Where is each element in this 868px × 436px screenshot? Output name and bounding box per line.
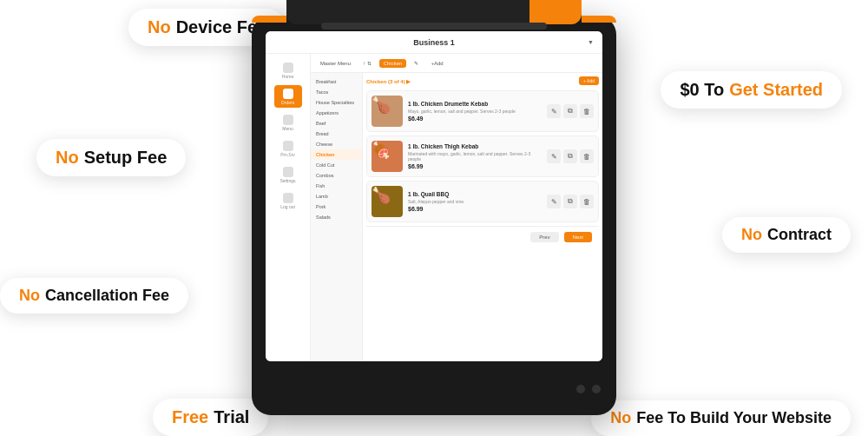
menu-item-1-desc: Mayo, garlic, lemon, salt and pepper. Se… — [408, 109, 542, 114]
badge-no-fee-website: No Fee To Build Your Website — [591, 400, 851, 436]
menu-item-2-price: $6.99 — [408, 163, 542, 169]
orders-icon-dot — [283, 89, 293, 99]
cat-bread[interactable]: Bread — [311, 129, 362, 139]
badge-get-started: $0 To Get Started — [661, 71, 842, 109]
items-toolbar-label: Chicken (3 of 4) ▶ — [366, 78, 411, 84]
cat-beef[interactable]: Beef — [311, 118, 362, 129]
cat-salads[interactable]: Salads — [311, 212, 362, 222]
sidebar-menu-label: Menu — [282, 126, 293, 131]
add-item-button[interactable]: + Add — [579, 76, 599, 85]
home-icon-dot — [283, 63, 293, 73]
menu-item-1-actions: ✎ ⧉ 🗑 — [547, 104, 594, 118]
screen-categories: Breakfast Tacos House Specialties Appeti… — [311, 73, 602, 361]
menu-item-1: 🍗 1 lb. Chicken Drumette Kebab Mayo, gar… — [366, 90, 599, 132]
delete-btn-3[interactable]: 🗑 — [580, 195, 594, 208]
menu-item-2-info: 1 lb. Chicken Thigh Kebab Marinated with… — [408, 143, 542, 169]
prev-button[interactable]: Prev — [530, 232, 558, 242]
tablet-bottom — [252, 367, 616, 412]
menu-item-2: 🍖 1 lb. Chicken Thigh Kebab Marinated wi… — [366, 135, 599, 177]
menu-item-1-info: 1 lb. Chicken Drumette Kebab Mayo, garli… — [408, 101, 542, 122]
printer-accent — [529, 0, 582, 24]
printer: orders.co — [286, 0, 582, 24]
edit-btn-1[interactable]: ✎ — [547, 104, 561, 118]
badge-device-fee-no: No — [148, 17, 171, 37]
menu-item-2-actions: ✎ ⧉ 🗑 — [547, 149, 594, 163]
printer-slot — [321, 23, 547, 30]
tablet-outer: Business 1 ▼ Home Orders Menu — [252, 16, 616, 415]
sidebar-printers-label: Prn.Srv — [280, 152, 295, 157]
sidebar-icon-settings[interactable]: Settings — [274, 163, 302, 186]
items-toolbar: Chicken (3 of 4) ▶ + Add — [366, 76, 599, 85]
menu-item-3: 🍗 1 lb. Quail BBQ Salt, Aleppo pepper an… — [366, 181, 599, 222]
edit-btn-2[interactable]: ✎ — [547, 149, 561, 163]
settings-icon-dot — [283, 167, 293, 177]
toolbar-tab-master[interactable]: Master Menu — [316, 59, 355, 68]
sidebar-icon-printers[interactable]: Prn.Srv — [274, 137, 302, 160]
toolbar-tab-add[interactable]: ↑ ⇅ — [358, 58, 376, 68]
category-sidebar: Breakfast Tacos House Specialties Appeti… — [311, 73, 363, 361]
items-list: Chicken (3 of 4) ▶ + Add 🍗 1 lb. Chicken… — [363, 73, 602, 361]
tablet-btn-2 — [592, 385, 601, 393]
menu-item-1-name: 1 lb. Chicken Drumette Kebab — [408, 101, 542, 107]
sidebar-icon-home[interactable]: Home — [274, 59, 302, 82]
menu-item-3-desc: Salt, Aleppo pepper and vine. — [408, 199, 542, 204]
cat-fish[interactable]: Fish — [311, 181, 362, 191]
toolbar-tab-edit[interactable]: ✎ — [410, 58, 423, 68]
toolbar-tab-chicken[interactable]: Chicken — [379, 59, 407, 68]
sidebar-home-label: Home — [282, 74, 293, 79]
badge-free-trial-text: Trial — [214, 407, 249, 427]
badge-get-started-dollar: $0 To — [680, 80, 724, 100]
cat-breakfast[interactable]: Breakfast — [311, 76, 362, 87]
printers-icon-dot — [283, 141, 293, 151]
sidebar-icon-orders[interactable]: Orders — [274, 85, 302, 108]
screen-sidebar: Home Orders Menu Prn.Srv — [266, 54, 311, 361]
cat-combos[interactable]: Combos — [311, 170, 362, 181]
screen-footer: Prev Next — [366, 226, 599, 247]
toolbar-tab-add2[interactable]: +Add — [426, 59, 447, 68]
menu-item-1-price: $6.49 — [408, 116, 542, 122]
cat-lamb[interactable]: Lamb — [311, 191, 362, 201]
edit-btn-3[interactable]: ✎ — [547, 195, 561, 208]
screen-main: Master Menu ↑ ⇅ Chicken ✎ +Add Breakfast… — [311, 54, 602, 361]
menu-item-3-price: $6.99 — [408, 206, 542, 212]
menu-item-3-name: 1 lb. Quail BBQ — [408, 191, 542, 197]
tablet-device: orders.co Business 1 ▼ Home — [252, 16, 616, 415]
cat-tacos[interactable]: Tacos — [311, 87, 362, 97]
next-button[interactable]: Next — [564, 232, 592, 242]
cat-pork[interactable]: Pork — [311, 201, 362, 212]
screen-title: Business 1 — [413, 38, 455, 47]
menu-item-1-img: 🍗 — [372, 96, 403, 127]
cat-house[interactable]: House Specialties — [311, 97, 362, 108]
copy-btn-1[interactable]: ⧉ — [563, 104, 577, 118]
cat-appetizers[interactable]: Appetizers — [311, 108, 362, 118]
tablet-btn-1 — [576, 385, 585, 393]
badge-get-started-highlight: Get Started — [729, 80, 823, 100]
menu-item-2-name: 1 lb. Chicken Thigh Kebab — [408, 143, 542, 149]
cat-cheese[interactable]: Cheese — [311, 139, 362, 149]
sidebar-settings-label: Settings — [279, 178, 295, 183]
delete-btn-1[interactable]: 🗑 — [580, 104, 594, 118]
copy-btn-3[interactable]: ⧉ — [563, 195, 577, 208]
badge-setup-fee: No Setup Fee — [36, 139, 186, 176]
badge-no-contract: No Contract — [722, 217, 851, 253]
menu-item-3-actions: ✎ ⧉ 🗑 — [547, 195, 594, 208]
cat-coldcut[interactable]: Cold Cut — [311, 160, 362, 170]
menu-item-3-img: 🍗 — [372, 186, 403, 217]
menu-item-3-info: 1 lb. Quail BBQ Salt, Aleppo pepper and … — [408, 191, 542, 212]
logout-icon-dot — [283, 193, 293, 203]
copy-btn-2[interactable]: ⧉ — [563, 149, 577, 163]
badge-setup-fee-no: No — [56, 148, 79, 168]
printer-body: orders.co — [286, 0, 582, 24]
badge-cancellation-text: Cancellation Fee — [45, 287, 169, 305]
sidebar-icon-logout[interactable]: Log out — [274, 189, 302, 212]
badge-no-fee-website-text: Fee To Build Your Website — [636, 409, 832, 427]
menu-icon-dot — [283, 115, 293, 125]
badge-no-contract-no: No — [741, 226, 762, 244]
menu-item-2-img: 🍖 — [372, 141, 403, 172]
screen-header-dropdown: ▼ — [588, 39, 594, 45]
cat-chicken[interactable]: Chicken — [311, 149, 362, 160]
delete-btn-2[interactable]: 🗑 — [580, 149, 594, 163]
screen-header: Business 1 ▼ — [266, 31, 602, 54]
sidebar-icon-menu[interactable]: Menu — [274, 111, 302, 134]
badge-free-trial-highlight: Free — [172, 407, 208, 427]
